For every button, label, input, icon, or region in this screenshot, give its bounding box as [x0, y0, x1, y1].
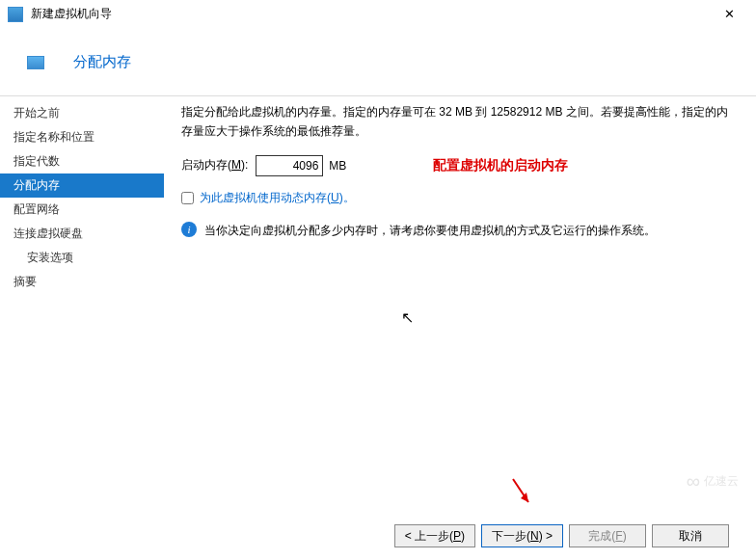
- info-text: 当你决定向虚拟机分配多少内存时，请考虑你要使用虚拟机的方式及它运行的操作系统。: [204, 222, 656, 240]
- cursor-icon: ↖: [401, 308, 414, 327]
- startup-memory-row: 启动内存(M): MB 配置虚拟机的启动内存: [181, 155, 739, 176]
- next-button[interactable]: 下一步(N) >: [481, 524, 563, 547]
- step-summary[interactable]: 摘要: [0, 270, 164, 294]
- dynamic-memory-row: 为此虚拟机使用动态内存(U)。: [181, 190, 739, 206]
- previous-button[interactable]: < 上一步(P): [394, 524, 475, 547]
- step-install-options[interactable]: 安装选项: [0, 246, 164, 270]
- startup-memory-input[interactable]: [256, 155, 323, 176]
- step-name-location[interactable]: 指定名称和位置: [0, 125, 164, 149]
- wizard-footer: < 上一步(P) 下一步(N) > 完成(F) 取消: [394, 524, 729, 547]
- watermark: ∞ 亿速云: [687, 470, 739, 493]
- info-icon: i: [181, 222, 197, 237]
- dynamic-memory-checkbox[interactable]: [181, 192, 194, 204]
- dynamic-memory-label[interactable]: 为此虚拟机使用动态内存(U)。: [200, 190, 355, 206]
- monitor-icon: [27, 56, 44, 69]
- step-virtual-disk[interactable]: 连接虚拟硬盘: [0, 222, 164, 246]
- watermark-logo-icon: ∞: [687, 470, 700, 493]
- close-button[interactable]: ✕: [710, 0, 748, 29]
- wizard-icon: [8, 7, 23, 22]
- page-header: 分配内存: [0, 29, 756, 95]
- watermark-text: 亿速云: [704, 473, 739, 490]
- step-network[interactable]: 配置网络: [0, 198, 164, 222]
- cancel-button[interactable]: 取消: [652, 524, 729, 547]
- step-before-begin[interactable]: 开始之前: [0, 101, 164, 125]
- annotation-text: 配置虚拟机的启动内存: [433, 157, 568, 174]
- page-title: 分配内存: [73, 53, 131, 71]
- wizard-steps: 开始之前 指定名称和位置 指定代数 分配内存 配置网络 连接虚拟硬盘 安装选项 …: [0, 96, 164, 501]
- startup-memory-label: 启动内存(M):: [181, 157, 248, 173]
- finish-button[interactable]: 完成(F): [569, 524, 646, 547]
- content-pane: 指定分配给此虚拟机的内存量。指定的内存量可在 32 MB 到 12582912 …: [164, 96, 756, 501]
- titlebar: 新建虚拟机向导 ✕: [0, 0, 756, 29]
- memory-description: 指定分配给此虚拟机的内存量。指定的内存量可在 32 MB 到 12582912 …: [181, 102, 739, 142]
- step-assign-memory[interactable]: 分配内存: [0, 173, 164, 198]
- window-title: 新建虚拟机向导: [31, 6, 710, 22]
- step-generation[interactable]: 指定代数: [0, 149, 164, 173]
- info-row: i 当你决定向虚拟机分配多少内存时，请考虑你要使用虚拟机的方式及它运行的操作系统…: [181, 222, 739, 240]
- mem-unit-label: MB: [329, 159, 346, 173]
